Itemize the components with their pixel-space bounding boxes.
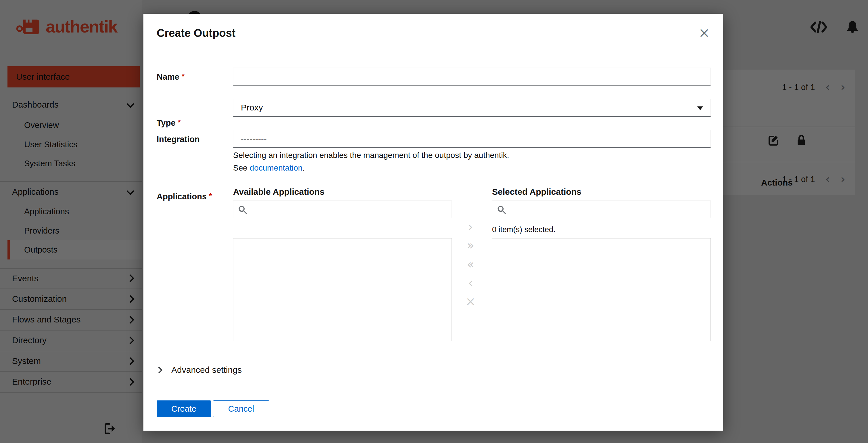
advanced-settings-toggle[interactable]: Advanced settings [157, 362, 242, 377]
move-all-left-button[interactable]: « [459, 257, 483, 272]
integration-select[interactable]: --------- [233, 130, 711, 148]
move-right-button[interactable]: › [459, 219, 483, 234]
integration-doc-help: See documentation. [233, 164, 305, 173]
type-label: Type* [157, 118, 181, 128]
required-asterisk: * [209, 191, 212, 200]
selected-count: 0 item(s) selected. [492, 225, 556, 234]
selected-applications-listbox[interactable] [492, 238, 711, 341]
integration-select-value: --------- [241, 134, 267, 144]
available-search-input[interactable] [251, 202, 447, 217]
clear-selection-icon[interactable]: × [459, 294, 483, 309]
available-search [233, 201, 452, 218]
available-applications-listbox[interactable] [233, 238, 452, 341]
create-button[interactable]: Create [157, 401, 211, 417]
type-select-value: Proxy [241, 103, 263, 113]
integration-help-text: Selecting an integration enables the man… [233, 151, 509, 160]
applications-label: Applications* [157, 191, 212, 201]
page: authentik User interface Dashboards Over… [0, 0, 868, 443]
close-icon[interactable]: × [697, 24, 712, 41]
selected-applications-title: Selected Applications [492, 187, 582, 197]
move-left-button[interactable]: ‹ [459, 275, 483, 291]
name-field[interactable] [233, 68, 711, 86]
chevron-right-icon [155, 366, 162, 374]
create-outpost-modal: Create Outpost × Name* Type* Proxy Integ… [144, 14, 723, 431]
type-select[interactable]: Proxy [233, 99, 711, 117]
advanced-settings-label: Advanced settings [171, 365, 242, 375]
documentation-link[interactable]: documentation [250, 164, 303, 172]
required-asterisk: * [178, 118, 181, 126]
name-label: Name* [157, 72, 185, 82]
required-asterisk: * [182, 72, 185, 81]
caret-down-icon [697, 107, 703, 110]
selected-search-input[interactable] [509, 202, 706, 217]
integration-label: Integration [157, 135, 200, 144]
available-applications-title: Available Applications [233, 187, 324, 197]
search-icon [497, 205, 506, 214]
search-icon [238, 205, 247, 214]
selected-search [492, 201, 711, 218]
cancel-button[interactable]: Cancel [213, 401, 269, 417]
modal-title: Create Outpost [157, 27, 236, 39]
move-all-right-button[interactable]: » [459, 238, 483, 253]
